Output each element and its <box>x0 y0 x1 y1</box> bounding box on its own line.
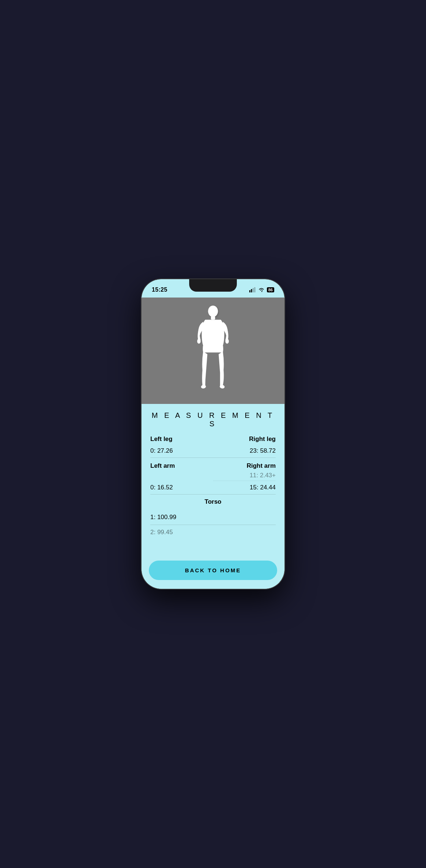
battery-badge: 86 <box>267 287 274 292</box>
measurements-content: M E A S U R E M E N T S Left leg Right l… <box>142 404 284 556</box>
signal-icon <box>249 287 256 292</box>
svg-point-6 <box>197 339 201 343</box>
arm-partial-row: 11: 2.43+ <box>150 471 276 481</box>
notch <box>189 279 237 292</box>
back-home-button[interactable]: BACK TO HOME <box>149 561 277 580</box>
bottom-bar: BACK TO HOME <box>142 556 284 589</box>
right-leg-value: 23: 58.72 <box>213 444 276 458</box>
torso-header: Torso <box>150 498 276 506</box>
arms-header-row: Left arm Right arm <box>150 462 276 470</box>
svg-rect-5 <box>211 316 215 320</box>
phone-frame: 15:25 86 <box>142 279 284 589</box>
right-arm-value: 15: 24.44 <box>213 481 276 495</box>
svg-point-7 <box>225 339 229 343</box>
phone-screen: 15:25 86 <box>142 279 284 589</box>
model-viewer <box>142 298 284 404</box>
status-time: 15:25 <box>152 287 167 293</box>
right-arm-partial-value: 11: 2.43+ <box>213 471 276 481</box>
body-model <box>191 305 235 397</box>
right-leg-header: Right leg <box>213 435 276 443</box>
legs-header-row: Left leg Right leg <box>150 435 276 443</box>
measurements-title: M E A S U R E M E N T S <box>150 411 276 428</box>
wifi-icon <box>258 287 265 292</box>
svg-rect-2 <box>253 288 254 292</box>
legs-section: Left leg Right leg 0: 27.26 23: 58.72 <box>150 435 276 458</box>
left-leg-header: Left leg <box>150 435 213 443</box>
arm-full-values-row: 0: 16.52 15: 24.44 <box>150 481 276 495</box>
svg-rect-1 <box>251 289 252 292</box>
torso-section: Torso 1: 100.99 2: 99.45 <box>150 498 276 540</box>
left-arm-header: Left arm <box>150 462 213 470</box>
arms-section: Left arm Right arm 11: 2.43+ 0: 16.52 15… <box>150 462 276 495</box>
torso-value-2: 2: 99.45 <box>150 525 276 540</box>
left-leg-value: 0: 27.26 <box>150 444 213 458</box>
right-arm-header: Right arm <box>213 462 276 470</box>
status-icons: 86 <box>249 287 274 292</box>
svg-point-8 <box>201 384 206 389</box>
svg-rect-3 <box>254 287 255 292</box>
svg-rect-0 <box>249 290 250 292</box>
left-arm-value: 0: 16.52 <box>150 481 213 495</box>
svg-point-4 <box>208 306 218 317</box>
torso-value-1: 1: 100.99 <box>150 510 276 525</box>
legs-values-row: 0: 27.26 23: 58.72 <box>150 444 276 458</box>
